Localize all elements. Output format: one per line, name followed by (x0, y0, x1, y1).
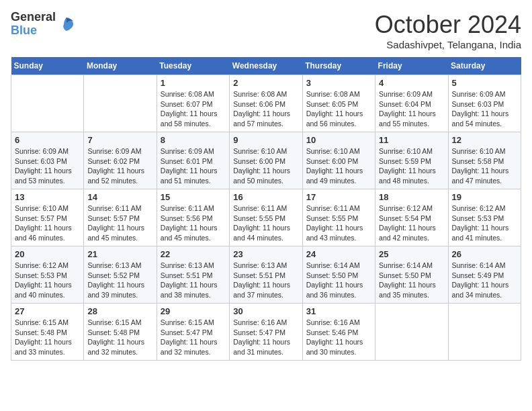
day-info: Sunrise: 6:14 AMSunset: 5:49 PMDaylight:… (452, 261, 517, 300)
calendar-cell: 19Sunrise: 6:12 AMSunset: 5:53 PMDayligh… (448, 189, 521, 246)
calendar-cell: 25Sunrise: 6:14 AMSunset: 5:50 PMDayligh… (375, 246, 448, 304)
col-header-wednesday: Wednesday (230, 57, 302, 75)
calendar-cell: 30Sunrise: 6:16 AMSunset: 5:47 PMDayligh… (230, 304, 302, 361)
day-number: 15 (161, 192, 226, 202)
day-number: 1 (161, 78, 226, 88)
calendar-cell: 28Sunrise: 6:15 AMSunset: 5:48 PMDayligh… (84, 304, 157, 361)
calendar-cell: 3Sunrise: 6:08 AMSunset: 6:05 PMDaylight… (302, 75, 375, 132)
day-info: Sunrise: 6:11 AMSunset: 5:56 PMDaylight:… (161, 203, 226, 243)
calendar-cell: 27Sunrise: 6:15 AMSunset: 5:48 PMDayligh… (11, 304, 84, 361)
day-number: 12 (452, 135, 517, 145)
col-header-thursday: Thursday (302, 57, 375, 75)
day-number: 21 (87, 249, 152, 259)
day-number: 29 (161, 306, 226, 316)
day-info: Sunrise: 6:15 AMSunset: 5:48 PMDaylight:… (15, 318, 80, 357)
day-info: Sunrise: 6:13 AMSunset: 5:51 PMDaylight:… (233, 261, 298, 300)
calendar-cell: 20Sunrise: 6:12 AMSunset: 5:53 PMDayligh… (11, 246, 84, 304)
day-info: Sunrise: 6:16 AMSunset: 5:47 PMDaylight:… (233, 318, 298, 357)
calendar-cell: 29Sunrise: 6:15 AMSunset: 5:47 PMDayligh… (157, 304, 229, 361)
logo-general: General (11, 11, 56, 24)
calendar-cell: 22Sunrise: 6:13 AMSunset: 5:51 PMDayligh… (157, 246, 229, 304)
page-header: General Blue October 2024 Sadashivpet, T… (11, 11, 521, 50)
day-number: 8 (161, 135, 226, 145)
day-info: Sunrise: 6:10 AMSunset: 6:00 PMDaylight:… (233, 146, 298, 186)
calendar-cell: 26Sunrise: 6:14 AMSunset: 5:49 PMDayligh… (448, 246, 521, 304)
day-info: Sunrise: 6:12 AMSunset: 5:54 PMDaylight:… (379, 203, 444, 243)
col-header-friday: Friday (375, 57, 448, 75)
day-number: 25 (379, 249, 444, 259)
day-number: 22 (161, 249, 226, 259)
day-number: 3 (306, 78, 371, 88)
day-info: Sunrise: 6:11 AMSunset: 5:57 PMDaylight:… (87, 203, 152, 243)
day-number: 9 (233, 135, 298, 145)
calendar-cell: 12Sunrise: 6:10 AMSunset: 5:58 PMDayligh… (448, 132, 521, 189)
day-info: Sunrise: 6:10 AMSunset: 5:59 PMDaylight:… (379, 146, 444, 186)
day-info: Sunrise: 6:12 AMSunset: 5:53 PMDaylight:… (15, 261, 80, 300)
day-number: 23 (233, 249, 298, 259)
day-info: Sunrise: 6:16 AMSunset: 5:46 PMDaylight:… (306, 318, 371, 357)
day-info: Sunrise: 6:08 AMSunset: 6:06 PMDaylight:… (233, 89, 298, 129)
day-number: 16 (233, 192, 298, 202)
day-number: 14 (87, 192, 152, 202)
day-number: 5 (452, 78, 517, 88)
calendar-cell: 7Sunrise: 6:09 AMSunset: 6:02 PMDaylight… (84, 132, 157, 189)
day-number: 30 (233, 306, 298, 316)
calendar-cell: 24Sunrise: 6:14 AMSunset: 5:50 PMDayligh… (302, 246, 375, 304)
logo: General Blue (11, 11, 76, 38)
calendar-cell: 21Sunrise: 6:13 AMSunset: 5:52 PMDayligh… (84, 246, 157, 304)
day-info: Sunrise: 6:14 AMSunset: 5:50 PMDaylight:… (306, 261, 371, 300)
calendar-cell (448, 304, 521, 361)
day-info: Sunrise: 6:10 AMSunset: 5:58 PMDaylight:… (452, 146, 517, 186)
calendar-cell: 31Sunrise: 6:16 AMSunset: 5:46 PMDayligh… (302, 304, 375, 361)
col-header-monday: Monday (84, 57, 157, 75)
day-number: 17 (306, 192, 371, 202)
day-info: Sunrise: 6:14 AMSunset: 5:50 PMDaylight:… (379, 261, 444, 300)
calendar-cell: 10Sunrise: 6:10 AMSunset: 6:00 PMDayligh… (302, 132, 375, 189)
day-info: Sunrise: 6:13 AMSunset: 5:51 PMDaylight:… (161, 261, 226, 300)
calendar-cell: 16Sunrise: 6:11 AMSunset: 5:55 PMDayligh… (230, 189, 302, 246)
day-number: 10 (306, 135, 371, 145)
calendar-cell: 8Sunrise: 6:09 AMSunset: 6:01 PMDaylight… (157, 132, 229, 189)
calendar-cell: 14Sunrise: 6:11 AMSunset: 5:57 PMDayligh… (84, 189, 157, 246)
day-info: Sunrise: 6:08 AMSunset: 6:05 PMDaylight:… (306, 89, 371, 129)
col-header-saturday: Saturday (448, 57, 521, 75)
location: Sadashivpet, Telangana, India (375, 39, 521, 50)
day-info: Sunrise: 6:09 AMSunset: 6:03 PMDaylight:… (452, 89, 517, 129)
logo-bird-icon (57, 15, 76, 34)
calendar-cell (84, 75, 157, 132)
calendar-cell: 11Sunrise: 6:10 AMSunset: 5:59 PMDayligh… (375, 132, 448, 189)
calendar-cell: 6Sunrise: 6:09 AMSunset: 6:03 PMDaylight… (11, 132, 84, 189)
day-number: 13 (15, 192, 80, 202)
logo-blue: Blue (11, 24, 56, 38)
calendar-cell: 17Sunrise: 6:11 AMSunset: 5:55 PMDayligh… (302, 189, 375, 246)
day-info: Sunrise: 6:10 AMSunset: 5:57 PMDaylight:… (15, 203, 80, 243)
day-number: 26 (452, 249, 517, 259)
calendar-cell: 15Sunrise: 6:11 AMSunset: 5:56 PMDayligh… (157, 189, 229, 246)
day-number: 28 (87, 306, 152, 316)
day-info: Sunrise: 6:09 AMSunset: 6:02 PMDaylight:… (87, 146, 152, 186)
calendar-cell: 1Sunrise: 6:08 AMSunset: 6:07 PMDaylight… (157, 75, 229, 132)
day-info: Sunrise: 6:10 AMSunset: 6:00 PMDaylight:… (306, 146, 371, 186)
day-number: 11 (379, 135, 444, 145)
day-info: Sunrise: 6:11 AMSunset: 5:55 PMDaylight:… (233, 203, 298, 243)
day-number: 24 (306, 249, 371, 259)
day-info: Sunrise: 6:15 AMSunset: 5:48 PMDaylight:… (87, 318, 152, 357)
day-info: Sunrise: 6:09 AMSunset: 6:03 PMDaylight:… (15, 146, 80, 186)
day-number: 4 (379, 78, 444, 88)
day-info: Sunrise: 6:08 AMSunset: 6:07 PMDaylight:… (161, 89, 226, 129)
day-number: 20 (15, 249, 80, 259)
col-header-tuesday: Tuesday (157, 57, 229, 75)
day-number: 2 (233, 78, 298, 88)
calendar-cell: 4Sunrise: 6:09 AMSunset: 6:04 PMDaylight… (375, 75, 448, 132)
col-header-sunday: Sunday (11, 57, 84, 75)
day-info: Sunrise: 6:09 AMSunset: 6:01 PMDaylight:… (161, 146, 226, 186)
calendar-cell: 13Sunrise: 6:10 AMSunset: 5:57 PMDayligh… (11, 189, 84, 246)
calendar-cell: 23Sunrise: 6:13 AMSunset: 5:51 PMDayligh… (230, 246, 302, 304)
day-number: 18 (379, 192, 444, 202)
day-info: Sunrise: 6:15 AMSunset: 5:47 PMDaylight:… (161, 318, 226, 357)
calendar-cell: 18Sunrise: 6:12 AMSunset: 5:54 PMDayligh… (375, 189, 448, 246)
day-number: 19 (452, 192, 517, 202)
day-info: Sunrise: 6:09 AMSunset: 6:04 PMDaylight:… (379, 89, 444, 129)
calendar-cell: 2Sunrise: 6:08 AMSunset: 6:06 PMDaylight… (230, 75, 302, 132)
month-title: October 2024 (375, 11, 521, 39)
